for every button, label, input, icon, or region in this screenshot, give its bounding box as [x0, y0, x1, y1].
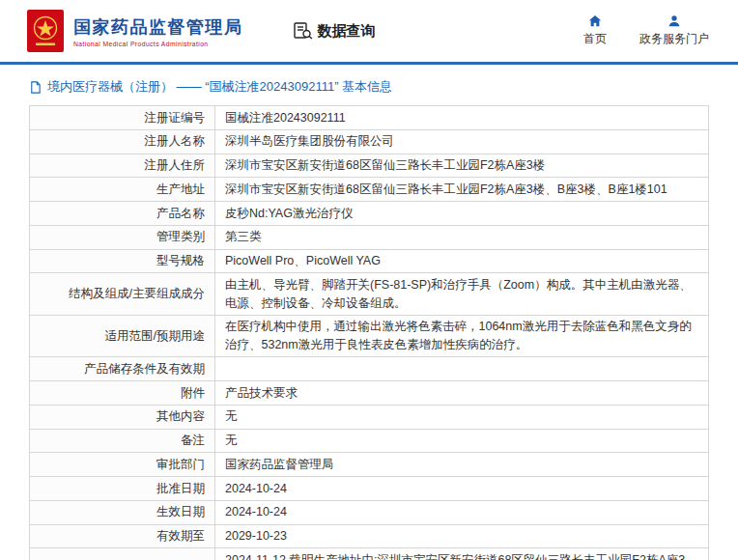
row-value: 国械注准20243092111 [215, 106, 709, 130]
row-value [215, 357, 709, 381]
table-row: 产品名称皮秒Nd:YAG激光治疗仪 [30, 202, 709, 226]
nav-home-label: 首页 [583, 31, 607, 47]
row-value: 2024-10-24 [215, 477, 709, 501]
row-label: 产品储存条件及有效期 [30, 357, 215, 381]
table-row: 批准日期2024-10-24 [30, 477, 709, 501]
table-row: 有效期至2029-10-23 [30, 524, 709, 548]
row-value: 在医疗机构中使用，通过输出激光将色素击碎，1064nm激光用于去除蓝色和黑色文身… [215, 315, 709, 357]
header-nav: 首页 政务服务门户 [583, 14, 709, 47]
table-row: 型号规格PicoWell Pro、PicoWell YAG [30, 249, 709, 273]
row-label: 适用范围/预期用途 [30, 315, 215, 357]
row-value: 无 [215, 405, 709, 429]
site-header: 国家药品监督管理局 National Medical Products Admi… [0, 0, 738, 62]
row-label: 型号规格 [30, 249, 215, 273]
table-row: 注册人名称深圳半岛医疗集团股份有限公司 [30, 129, 709, 154]
row-label: 注册人名称 [30, 129, 215, 154]
table-row: 审批部门国家药品监督管理局 [30, 453, 709, 477]
nav-home[interactable]: 首页 [583, 14, 607, 47]
table-row: 附件产品技术要求 [30, 381, 709, 406]
row-label: 备注 [30, 429, 215, 453]
row-value: 第三类 [215, 225, 709, 249]
nav-data-query[interactable]: 数据查询 [294, 22, 376, 41]
info-table: 注册证编号国械注准20243092111注册人名称深圳半岛医疗集团股份有限公司注… [29, 105, 709, 560]
row-label: 结构及组成/主要组成成分 [30, 273, 215, 316]
table-row: 产品储存条件及有效期 [30, 357, 709, 381]
data-query-label: 数据查询 [318, 22, 376, 41]
row-value: 无 [215, 429, 709, 453]
row-label: 管理类别 [30, 225, 215, 249]
row-label: 注册人住所 [30, 154, 215, 178]
row-label: 附件 [30, 381, 215, 406]
row-value: 由主机、导光臂、脚踏开关(FS-81-SP)和治疗手具（Zoom）构成。其中主机… [215, 273, 709, 316]
row-label: 注册证编号 [30, 106, 215, 130]
document-icon [29, 81, 42, 94]
table-row: 其他内容无 [30, 405, 709, 429]
table-row: 适用范围/预期用途在医疗机构中使用，通过输出激光将色素击碎，1064nm激光用于… [30, 315, 709, 357]
nmpa-logo [27, 10, 64, 52]
row-value: 2024-10-24 [215, 500, 709, 524]
table-row: 生产地址深圳市宝安区新安街道68区留仙三路长丰工业园F2栋A座3楼、B座3楼、B… [30, 178, 709, 202]
table-row: 结构及组成/主要组成成分由主机、导光臂、脚踏开关(FS-81-SP)和治疗手具（… [30, 273, 709, 316]
row-value: 产品技术要求 [215, 381, 709, 406]
nav-portal-label: 政务服务门户 [639, 31, 709, 47]
row-label: 变更情况 [30, 548, 215, 560]
row-label: 产品名称 [30, 202, 215, 226]
national-emblem-icon [27, 10, 64, 52]
breadcrumb: 境内医疗器械（注册） —— “国械注准20243092111” 基本信息 [29, 78, 709, 96]
table-row: 注册人住所深圳市宝安区新安街道68区留仙三路长丰工业园F2栋A座3楼 [30, 154, 709, 178]
row-value: PicoWell Pro、PicoWell YAG [215, 249, 709, 273]
row-value: 深圳半岛医疗集团股份有限公司 [215, 129, 709, 154]
site-title-block: 国家药品监督管理局 National Medical Products Admi… [73, 15, 243, 47]
row-label: 批准日期 [30, 477, 215, 501]
row-label: 生产地址 [30, 178, 215, 202]
table-row: 备注无 [30, 429, 709, 453]
main-content: 境内医疗器械（注册） —— “国械注准20243092111” 基本信息 注册证… [0, 65, 738, 560]
row-label: 其他内容 [30, 405, 215, 429]
row-value: 皮秒Nd:YAG激光治疗仪 [215, 202, 709, 226]
page-title: 境内医疗器械（注册） —— “国械注准20243092111” 基本信息 [47, 78, 392, 96]
row-value: 2029-10-23 [215, 524, 709, 548]
table-row: 注册证编号国械注准20243092111 [30, 106, 709, 130]
table-row: 变更情况2024-11-12 载明生产地址由:深圳市宝安区新安街道68区留仙三路… [30, 548, 709, 560]
row-value: 深圳市宝安区新安街道68区留仙三路长丰工业园F2栋A座3楼 [215, 154, 709, 178]
home-icon [588, 14, 602, 28]
row-value: 国家药品监督管理局 [215, 453, 709, 477]
row-label: 有效期至 [30, 524, 215, 548]
row-value: 深圳市宝安区新安街道68区留仙三路长丰工业园F2栋A座3楼、B座3楼、B座1楼1… [215, 178, 709, 202]
site-subtitle: National Medical Products Administration [73, 41, 243, 47]
row-value: 2024-11-12 载明生产地址由:深圳市宝安区新安街道68区留仙三路长丰工业… [215, 548, 709, 560]
row-label: 生效日期 [30, 500, 215, 524]
table-row: 生效日期2024-10-24 [30, 500, 709, 524]
data-query-icon [294, 22, 313, 40]
site-title: 国家药品监督管理局 [73, 15, 243, 39]
table-row: 管理类别第三类 [30, 225, 709, 249]
nav-portal[interactable]: 政务服务门户 [639, 14, 709, 47]
row-label: 审批部门 [30, 453, 215, 477]
user-icon [667, 14, 681, 28]
